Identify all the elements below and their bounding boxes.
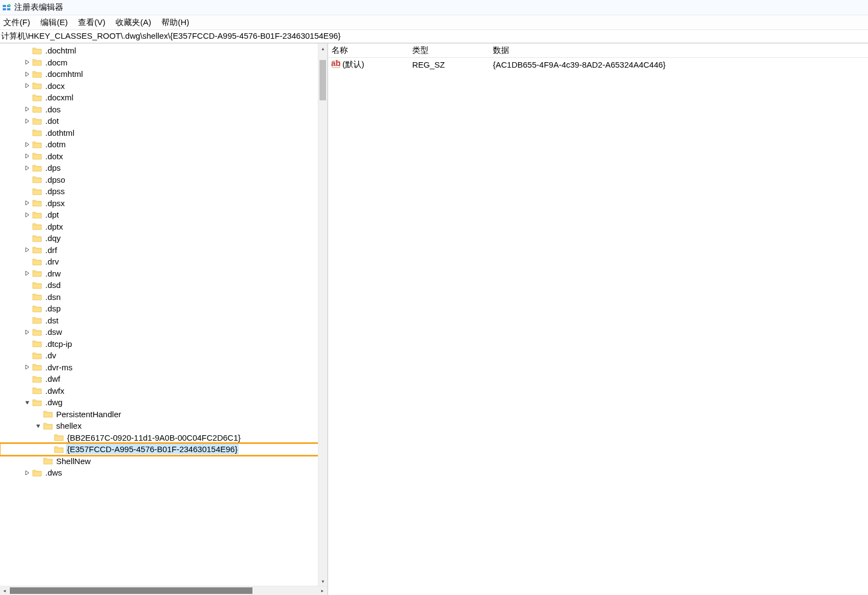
tree-item-label: .dwfx: [44, 386, 65, 395]
tree-item[interactable]: .dpt: [0, 209, 327, 221]
tree-item[interactable]: .dtcp-ip: [0, 338, 327, 350]
tree-item[interactable]: .dotx: [0, 151, 327, 163]
menu-file[interactable]: 文件(F): [3, 17, 30, 28]
expander-icon[interactable]: [23, 234, 32, 243]
expander-icon[interactable]: [23, 351, 32, 360]
tree-item[interactable]: {E357FCCD-A995-4576-B01F-234630154E96}: [0, 443, 327, 455]
expander-icon[interactable]: [23, 386, 32, 395]
expander-icon[interactable]: [23, 46, 32, 55]
tree-item[interactable]: .dos: [0, 104, 327, 116]
tree-item[interactable]: .dsd: [0, 279, 327, 291]
tree-item[interactable]: .dsp: [0, 303, 327, 315]
expander-icon[interactable]: [23, 328, 32, 336]
expander-icon[interactable]: [23, 70, 32, 79]
tree-item[interactable]: .docx: [0, 80, 327, 92]
expander-icon[interactable]: [23, 164, 32, 172]
scroll-thumb[interactable]: [320, 60, 326, 100]
tree-item[interactable]: .dpss: [0, 185, 327, 197]
expander-icon[interactable]: [45, 445, 53, 454]
menu-view[interactable]: 查看(V): [78, 17, 105, 28]
expander-icon[interactable]: [23, 292, 32, 301]
expander-icon[interactable]: [23, 316, 32, 324]
expander-icon[interactable]: [23, 375, 32, 383]
expander-icon[interactable]: [23, 363, 32, 371]
expander-icon[interactable]: [23, 128, 32, 137]
tree-item[interactable]: .docmhtml: [0, 68, 327, 80]
scroll-down-arrow-icon[interactable]: ▾: [318, 576, 327, 586]
tree-horizontal-scrollbar[interactable]: ◂ ▸: [0, 586, 327, 595]
expander-icon[interactable]: [23, 304, 32, 313]
tree-item[interactable]: .dv: [0, 350, 327, 362]
tree-item[interactable]: .dwfx: [0, 385, 327, 397]
expander-icon[interactable]: [23, 58, 32, 67]
tree-item[interactable]: .dot: [0, 115, 327, 127]
tree-item[interactable]: .dws: [0, 467, 327, 479]
expander-icon[interactable]: [23, 222, 32, 231]
menu-favorites[interactable]: 收藏夹(A): [116, 17, 151, 28]
expander-icon[interactable]: [23, 468, 32, 477]
expander-icon[interactable]: [23, 175, 32, 184]
tree-item[interactable]: .dqy: [0, 232, 327, 244]
expander-icon[interactable]: [23, 398, 32, 407]
expander-icon[interactable]: [23, 152, 32, 160]
tree-item[interactable]: .dsn: [0, 291, 327, 303]
expander-icon[interactable]: [45, 433, 53, 442]
expander-icon[interactable]: [23, 245, 32, 254]
registry-tree[interactable]: .dochtml.docm.docmhtml.docx.docxml.dos.d…: [0, 44, 327, 480]
value-name-cell: ab(默认): [328, 59, 409, 70]
tree-item[interactable]: .dotm: [0, 139, 327, 151]
svg-point-4: [8, 4, 10, 6]
expander-icon[interactable]: [34, 456, 43, 465]
column-header-data[interactable]: 数据: [490, 44, 868, 57]
expander-icon[interactable]: [23, 199, 32, 207]
tree-item-label: .dsp: [44, 304, 62, 313]
tree-item[interactable]: .drf: [0, 244, 327, 256]
scroll-right-arrow-icon[interactable]: ▸: [318, 586, 327, 595]
tree-item[interactable]: .dps: [0, 162, 327, 174]
tree-item[interactable]: .docxml: [0, 92, 327, 104]
expander-icon[interactable]: [34, 422, 43, 430]
tree-item[interactable]: .docm: [0, 57, 327, 69]
expander-icon[interactable]: [34, 410, 43, 418]
address-bar[interactable]: 计算机\HKEY_CLASSES_ROOT\.dwg\shellex\{E357…: [0, 30, 868, 44]
expander-icon[interactable]: [23, 187, 32, 196]
expander-icon[interactable]: [23, 105, 32, 113]
tree-item[interactable]: .dothtml: [0, 127, 327, 139]
tree-item[interactable]: .dst: [0, 315, 327, 327]
scroll-thumb[interactable]: [10, 587, 252, 594]
tree-item-label: .docmhtml: [44, 69, 84, 79]
value-row[interactable]: ab(默认)REG_SZ{AC1DB655-4F9A-4c39-8AD2-A65…: [328, 58, 868, 71]
tree-item[interactable]: {BB2E617C-0920-11d1-9A0B-00C04FC2D6C1}: [0, 432, 327, 444]
tree-item[interactable]: .dptx: [0, 221, 327, 233]
expander-icon[interactable]: [23, 117, 32, 125]
expander-icon[interactable]: [23, 339, 32, 348]
scroll-up-arrow-icon[interactable]: ▴: [318, 44, 327, 53]
expander-icon[interactable]: [23, 81, 32, 90]
tree-item[interactable]: .dwg: [0, 396, 327, 408]
values-list[interactable]: ab(默认)REG_SZ{AC1DB655-4F9A-4c39-8AD2-A65…: [328, 58, 868, 71]
tree-vertical-scrollbar[interactable]: ▴ ▾: [318, 44, 327, 586]
tree-item[interactable]: ShellNew: [0, 455, 327, 467]
expander-icon[interactable]: [23, 93, 32, 102]
tree-item[interactable]: .dvr-ms: [0, 362, 327, 374]
tree-item[interactable]: .dochtml: [0, 45, 327, 57]
tree-item[interactable]: .dsw: [0, 326, 327, 338]
menu-help[interactable]: 帮助(H): [161, 17, 189, 28]
scroll-left-arrow-icon[interactable]: ◂: [0, 586, 9, 595]
tree-item[interactable]: .drv: [0, 256, 327, 268]
tree-item[interactable]: PersistentHandler: [0, 408, 327, 420]
expander-icon[interactable]: [23, 281, 32, 290]
column-header-name[interactable]: 名称: [328, 44, 409, 57]
expander-icon[interactable]: [23, 257, 32, 266]
tree-item[interactable]: shellex: [0, 420, 327, 432]
tree-item[interactable]: .dpsx: [0, 197, 327, 209]
tree-item[interactable]: .dpso: [0, 174, 327, 186]
expander-icon[interactable]: [23, 211, 32, 219]
expander-icon[interactable]: [23, 269, 32, 278]
expander-icon[interactable]: [23, 140, 32, 149]
column-header-type[interactable]: 类型: [409, 44, 490, 57]
folder-icon: [32, 199, 43, 207]
menu-edit[interactable]: 编辑(E): [40, 17, 68, 28]
tree-item[interactable]: .drw: [0, 268, 327, 280]
tree-item[interactable]: .dwf: [0, 373, 327, 385]
